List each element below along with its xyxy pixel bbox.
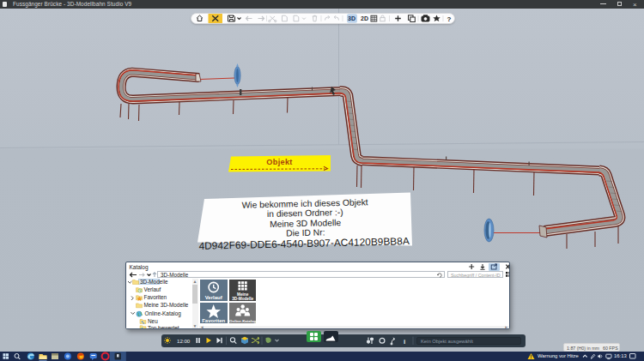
svg-text:2D: 2D [361, 15, 368, 21]
svg-text:3D-Modelle: 3D-Modelle [232, 297, 253, 301]
svg-text:3D: 3D [348, 15, 355, 21]
svg-text:?: ? [447, 15, 451, 22]
svg-text:Verlauf: Verlauf [205, 295, 223, 300]
svg-text:i: i [404, 338, 405, 346]
svg-text:Online-Katalog: Online-Katalog [229, 318, 256, 322]
svg-text:Favoriten: Favoriten [202, 317, 225, 322]
